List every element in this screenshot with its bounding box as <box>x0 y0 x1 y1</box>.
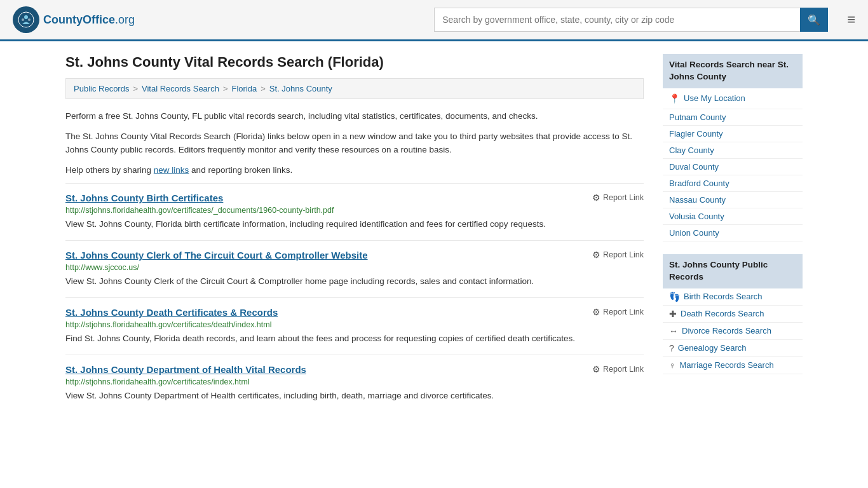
sidebar-birth-records[interactable]: 👣 Birth Records Search <box>663 288 803 306</box>
new-links-link[interactable]: new links <box>154 165 189 175</box>
sidebar-divorce-records[interactable]: ↔ Divorce Records Search <box>663 323 803 340</box>
sidebar-death-records[interactable]: ✚ Death Records Search <box>663 306 803 323</box>
result-header-4: St. Johns County Department of Health Vi… <box>65 364 644 375</box>
sidebar-bradford[interactable]: Bradford County <box>663 175 803 192</box>
location-icon: 📍 <box>669 93 680 104</box>
search-button[interactable]: 🔍 <box>800 8 828 32</box>
search-input[interactable] <box>434 8 800 32</box>
clay-county-link[interactable]: Clay County <box>669 146 714 155</box>
result-header-1: St. Johns County Birth Certificates ⚙ Re… <box>65 193 644 203</box>
birth-icon: 👣 <box>669 292 680 302</box>
menu-button[interactable]: ≡ <box>847 11 855 28</box>
breadcrumb-florida[interactable]: Florida <box>232 84 257 93</box>
main-container: St. Johns County Vital Records Search (F… <box>53 41 815 424</box>
death-records-link[interactable]: Death Records Search <box>681 309 764 318</box>
result-desc-4: View St. Johns County Department of Heal… <box>65 390 644 403</box>
result-header-3: St. Johns County Death Certificates & Re… <box>65 307 644 318</box>
breadcrumb: Public Records > Vital Records Search > … <box>65 78 644 99</box>
genealogy-link[interactable]: Genealogy Search <box>678 343 747 353</box>
union-county-link[interactable]: Union County <box>669 228 719 238</box>
result-title-4[interactable]: St. Johns County Department of Health Vi… <box>65 364 306 375</box>
desc-1: Perform a free St. Johns County, FL publ… <box>65 109 644 123</box>
marriage-icon: ♀ <box>669 360 676 370</box>
result-title-1[interactable]: St. Johns County Birth Certificates <box>65 193 223 203</box>
duval-county-link[interactable]: Duval County <box>669 162 719 172</box>
header: CountyOffice.org 🔍 ≡ <box>0 0 868 41</box>
result-url-1[interactable]: http://stjohns.floridahealth.gov/certifi… <box>65 206 644 215</box>
sidebar-nearby-section: Vital Records Search near St. Johns Coun… <box>663 54 803 241</box>
result-url-4[interactable]: http://stjohns.floridahealth.gov/certifi… <box>65 377 644 386</box>
result-url-2[interactable]: http://www.sjccoc.us/ <box>65 263 644 272</box>
sidebar-volusia[interactable]: Volusia County <box>663 208 803 225</box>
report-link-2[interactable]: ⚙ Report Link <box>592 250 644 260</box>
result-desc-1: View St. Johns County, Florida birth cer… <box>65 218 644 231</box>
result-desc-3: Find St. Johns County, Florida death rec… <box>65 332 644 346</box>
result-item-2: St. Johns County Clerk of The Circuit Co… <box>65 240 644 295</box>
breadcrumb-vital-records[interactable]: Vital Records Search <box>142 84 219 93</box>
result-desc-2: View St. Johns County Clerk of the Circu… <box>65 275 644 288</box>
desc-3: Help others by sharing new links and rep… <box>65 163 644 177</box>
death-icon: ✚ <box>669 309 677 319</box>
result-title-3[interactable]: St. Johns County Death Certificates & Re… <box>65 307 278 318</box>
report-link-4[interactable]: ⚙ Report Link <box>592 364 644 374</box>
result-item-3: St. Johns County Death Certificates & Re… <box>65 297 644 352</box>
nassau-county-link[interactable]: Nassau County <box>669 195 726 205</box>
sidebar-genealogy[interactable]: ? Genealogy Search <box>663 340 803 357</box>
breadcrumb-st-johns[interactable]: St. Johns County <box>269 84 332 93</box>
volusia-county-link[interactable]: Volusia County <box>669 212 724 221</box>
sidebar-flagler[interactable]: Flagler County <box>663 126 803 142</box>
sidebar-putnam[interactable]: Putnam County <box>663 109 803 126</box>
result-item-1: St. Johns County Birth Certificates ⚙ Re… <box>65 183 644 238</box>
sidebar-clay[interactable]: Clay County <box>663 142 803 159</box>
svg-point-0 <box>18 12 34 27</box>
sidebar-marriage-records[interactable]: ♀ Marriage Records Search <box>663 357 803 374</box>
svg-point-3 <box>28 18 31 21</box>
page-title: St. Johns County Vital Records Search (F… <box>65 54 644 71</box>
breadcrumb-sep-3: > <box>261 84 266 93</box>
desc-2: The St. Johns County Vital Records Searc… <box>65 130 644 157</box>
content-area: St. Johns County Vital Records Search (F… <box>65 54 644 412</box>
logo-text: CountyOffice.org <box>43 13 135 27</box>
report-icon-3: ⚙ <box>592 307 600 317</box>
result-header-2: St. Johns County Clerk of The Circuit Co… <box>65 250 644 261</box>
sidebar-public-records-header: St. Johns County Public Records <box>663 254 803 288</box>
sidebar-nassau[interactable]: Nassau County <box>663 192 803 208</box>
sidebar-public-records-section: St. Johns County Public Records 👣 Birth … <box>663 254 803 374</box>
report-link-3[interactable]: ⚙ Report Link <box>592 307 644 317</box>
report-link-1[interactable]: ⚙ Report Link <box>592 193 644 203</box>
sidebar: Vital Records Search near St. Johns Coun… <box>663 54 803 412</box>
logo-icon <box>13 6 39 33</box>
report-icon-1: ⚙ <box>592 193 600 203</box>
search-icon: 🔍 <box>808 15 820 25</box>
flagler-county-link[interactable]: Flagler County <box>669 129 723 139</box>
divorce-icon: ↔ <box>669 326 678 336</box>
breadcrumb-public-records[interactable]: Public Records <box>74 84 129 93</box>
svg-point-2 <box>22 18 24 21</box>
result-url-3[interactable]: http://stjohns.floridahealth.gov/certifi… <box>65 320 644 329</box>
sidebar-use-location[interactable]: 📍 Use My Location <box>663 88 803 109</box>
sidebar-duval[interactable]: Duval County <box>663 159 803 175</box>
sidebar-union[interactable]: Union County <box>663 225 803 241</box>
logo-area[interactable]: CountyOffice.org <box>13 6 135 33</box>
birth-records-link[interactable]: Birth Records Search <box>684 292 763 301</box>
result-title-2[interactable]: St. Johns County Clerk of The Circuit Co… <box>65 250 368 261</box>
hamburger-icon: ≡ <box>847 11 855 27</box>
marriage-records-link[interactable]: Marriage Records Search <box>680 360 774 370</box>
report-icon-4: ⚙ <box>592 364 600 374</box>
divorce-records-link[interactable]: Divorce Records Search <box>682 326 771 336</box>
result-item-4: St. Johns County Department of Health Vi… <box>65 355 644 409</box>
use-location-link[interactable]: Use My Location <box>684 93 745 103</box>
sidebar-nearby-header: Vital Records Search near St. Johns Coun… <box>663 54 803 88</box>
search-area: 🔍 <box>434 8 828 32</box>
breadcrumb-sep-1: > <box>133 84 138 93</box>
breadcrumb-sep-2: > <box>223 84 228 93</box>
genealogy-icon: ? <box>669 343 674 353</box>
report-icon-2: ⚙ <box>592 250 600 260</box>
svg-point-1 <box>24 15 28 19</box>
bradford-county-link[interactable]: Bradford County <box>669 179 729 188</box>
putnam-county-link[interactable]: Putnam County <box>669 112 726 122</box>
